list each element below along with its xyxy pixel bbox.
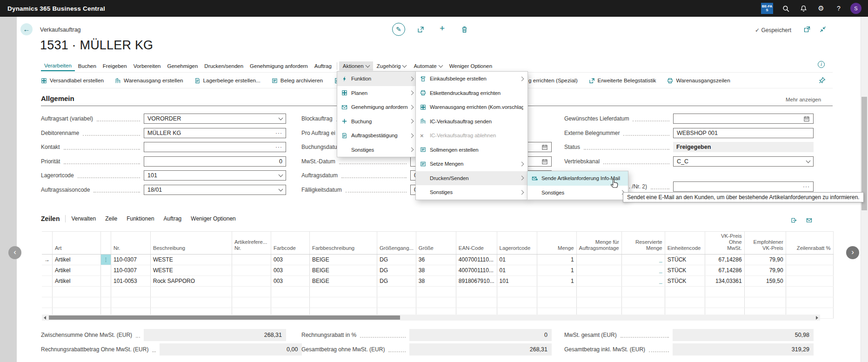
show-more-link[interactable]: Mehr anzeigen bbox=[786, 97, 821, 102]
collapse-window-icon[interactable] bbox=[820, 26, 826, 34]
externe-belegnummer-input[interactable]: WEBSHOP 001 bbox=[673, 128, 814, 138]
menu-item-etikettendruck[interactable]: Etikettendruckauftrag errichten bbox=[416, 86, 527, 101]
menu-item-genehmigung-anfordern[interactable]: Genehmigung anfordern bbox=[337, 100, 417, 114]
vertriebskanal-select[interactable]: C_C bbox=[673, 156, 814, 167]
col-reservierte-menge[interactable]: Reservierte Menge bbox=[621, 232, 665, 255]
toolbar-errichten-spezial[interactable]: g errichten (Spezial) bbox=[528, 77, 578, 84]
col-menge[interactable]: Menge bbox=[537, 232, 576, 255]
tab-drucken-senden[interactable]: Drucken/senden bbox=[201, 61, 247, 71]
tab-buchen[interactable]: Buchen bbox=[75, 61, 100, 71]
dropdown-automate[interactable]: Automate bbox=[410, 61, 446, 71]
prioritaet-input[interactable]: 0 bbox=[144, 156, 286, 167]
nr2-input[interactable]: ··· bbox=[673, 181, 814, 192]
kontakt-input[interactable]: ··· bbox=[144, 142, 286, 152]
lines-menu-verwalten[interactable]: Verwalten bbox=[71, 215, 96, 222]
toolbar-warenausgang[interactable]: Warenausgang erstellen bbox=[115, 77, 183, 84]
dropdown-aktionen[interactable]: Aktionen bbox=[339, 61, 373, 71]
tab-vorbereiten[interactable]: Vorbereiten bbox=[130, 61, 164, 71]
lagerortcode-select[interactable]: 101 bbox=[144, 170, 286, 181]
share-icon[interactable] bbox=[417, 26, 424, 35]
scroll-right-arrow[interactable] bbox=[816, 316, 818, 320]
lieferdatum-input[interactable] bbox=[673, 114, 814, 124]
col-art[interactable]: Art bbox=[53, 232, 101, 255]
horizontal-scrollbar[interactable] bbox=[42, 315, 820, 321]
edit-pencil-icon[interactable]: ✎ bbox=[392, 23, 405, 36]
dropdown-zugehoerig[interactable]: Zugehörig bbox=[373, 61, 410, 71]
lines-heading[interactable]: Zeilen bbox=[41, 215, 60, 222]
menu-item-sollmengen[interactable]: Sollmengen erstellen bbox=[416, 143, 527, 157]
toolbar-versandlabel[interactable]: Versandlabel erstellen bbox=[41, 77, 104, 84]
col-groesse[interactable]: Größe bbox=[416, 232, 456, 255]
tab-verarbeiten[interactable]: Verarbeiten bbox=[41, 61, 75, 71]
col-vk-preis[interactable]: VK-Preis Ohne MwSt. bbox=[705, 232, 744, 255]
pin-icon[interactable] bbox=[819, 77, 826, 86]
tab-genehmigung-anfordern[interactable]: Genehmigung anfordern bbox=[247, 61, 311, 71]
new-document-plus-icon[interactable]: + bbox=[440, 23, 445, 34]
calendar-icon[interactable] bbox=[803, 116, 810, 122]
menu-item-planen[interactable]: Planen bbox=[337, 86, 417, 101]
horizontal-scrollbar-thumb[interactable] bbox=[49, 315, 400, 320]
section-heading-allgemein[interactable]: Allgemein bbox=[41, 94, 74, 102]
help-icon[interactable]: ? bbox=[830, 0, 848, 17]
search-icon[interactable] bbox=[777, 0, 795, 17]
delete-trash-icon[interactable] bbox=[461, 26, 468, 35]
menu-item-ic-senden[interactable]: IC-Verkaufsauftrag senden bbox=[416, 114, 527, 129]
col-farbbeschreibung[interactable]: Farbbeschreibung bbox=[310, 232, 377, 255]
popout-window-icon[interactable] bbox=[804, 26, 810, 34]
menu-item-sonstiges[interactable]: Sonstiges bbox=[337, 143, 417, 157]
table-row[interactable]: Artikel 101-0053 Rock SAPPORO 003 BEIGE … bbox=[42, 276, 833, 287]
user-avatar[interactable]: S bbox=[850, 3, 861, 14]
menu-item-buchung[interactable]: Buchung bbox=[337, 114, 417, 129]
lookup-ellipsis-icon[interactable]: ··· bbox=[275, 130, 282, 136]
back-button[interactable]: ← bbox=[20, 23, 33, 35]
auftragsart-select[interactable]: VORORDER bbox=[144, 114, 286, 124]
menu-item-sonstiges2[interactable]: Sonstiges bbox=[416, 185, 527, 200]
tab-freigeben[interactable]: Freigeben bbox=[100, 61, 130, 71]
settings-gear-icon[interactable]: ⚙ bbox=[812, 0, 830, 17]
lines-menu-auftrag[interactable]: Auftrag bbox=[164, 215, 182, 222]
email-icon[interactable] bbox=[806, 217, 812, 224]
info-icon[interactable]: i bbox=[818, 61, 825, 68]
col-zeilenrabatt[interactable]: Zeilenrabatt % bbox=[786, 232, 833, 255]
col-einheitencode[interactable]: Einheitencode bbox=[665, 232, 705, 255]
lookup-ellipsis-icon[interactable]: ··· bbox=[803, 183, 810, 190]
tab-genehmigen[interactable]: Genehmigen bbox=[164, 61, 201, 71]
toolbar-belegstatistik[interactable]: Erweiterte Belegstatistik bbox=[589, 77, 656, 84]
previous-record-button[interactable]: ‹ bbox=[8, 246, 21, 259]
col-groessengang[interactable]: Größengang... bbox=[377, 232, 416, 255]
tab-auftrag[interactable]: Auftrag bbox=[311, 61, 335, 71]
col-artikelreferenz[interactable]: Artikelrefere... Nr. bbox=[232, 232, 271, 255]
lines-menu-funktionen[interactable]: Funktionen bbox=[127, 215, 154, 222]
scroll-left-arrow[interactable] bbox=[44, 316, 46, 320]
toolbar-lagerbelege[interactable]: Lagerbelege erstellen... bbox=[194, 77, 260, 84]
next-record-button[interactable]: › bbox=[846, 246, 859, 259]
col-menge-auftragsmontage[interactable]: Menge für Auftragsmontage bbox=[576, 232, 621, 255]
table-row[interactable]: Artikel 110-0307 WESTE 003 BEIGE DG 38 4… bbox=[42, 265, 833, 276]
menu-item-auftragsbestaetigung[interactable]: Auftragsbestätigung bbox=[337, 128, 417, 143]
col-nr[interactable]: Nr. bbox=[111, 232, 151, 255]
lines-menu-weniger-optionen[interactable]: Weniger Optionen bbox=[191, 215, 236, 222]
empty-row[interactable] bbox=[42, 297, 833, 308]
menu-item-warenausgang-kom[interactable]: Warenausgang errichten (Kom.vorschlag) bbox=[416, 100, 527, 114]
breadcrumb[interactable]: Verkaufsauftrag bbox=[40, 27, 81, 33]
col-farbcode[interactable]: Farbcode bbox=[271, 232, 310, 255]
menu-item-einkaufsbelege[interactable]: Einkaufsbelege erstellen bbox=[416, 72, 527, 86]
calendar-icon[interactable] bbox=[541, 144, 548, 150]
lookup-ellipsis-icon[interactable]: ··· bbox=[275, 144, 282, 150]
export-icon[interactable] bbox=[791, 217, 797, 224]
col-beschreibung[interactable]: Beschreibung bbox=[151, 232, 232, 255]
rechnungsrabatt-prozent-value[interactable]: 0 bbox=[409, 329, 552, 341]
environment-badge[interactable]: BE-FAS bbox=[761, 3, 773, 14]
col-empfohlener-vk[interactable]: Empfohlener VK-Preis bbox=[744, 232, 786, 255]
toolbar-beleg-archivieren[interactable]: Beleg archivieren bbox=[272, 77, 323, 84]
debitorenname-input[interactable]: MÜLLER KG··· bbox=[144, 128, 286, 138]
col-lagerortcode[interactable]: Lagerortcode bbox=[497, 232, 537, 255]
calendar-icon[interactable] bbox=[541, 159, 548, 165]
auftragssaisoncode-select[interactable]: 18/01 bbox=[144, 185, 286, 195]
menu-item-funktion[interactable]: Funktion bbox=[337, 72, 417, 86]
toolbar-warenausgangszeilen[interactable]: Warenausgangszeilen bbox=[667, 77, 730, 84]
col-ean[interactable]: EAN-Code bbox=[456, 232, 497, 255]
menu-item-drucken-senden[interactable]: Drucken/Senden bbox=[416, 171, 527, 186]
menu-item-setze-mengen[interactable]: Setze Mengen bbox=[416, 157, 527, 171]
table-row[interactable]: → Artikel ⋮ 110-0307 WESTE 003 BEIGE DG … bbox=[42, 255, 833, 265]
